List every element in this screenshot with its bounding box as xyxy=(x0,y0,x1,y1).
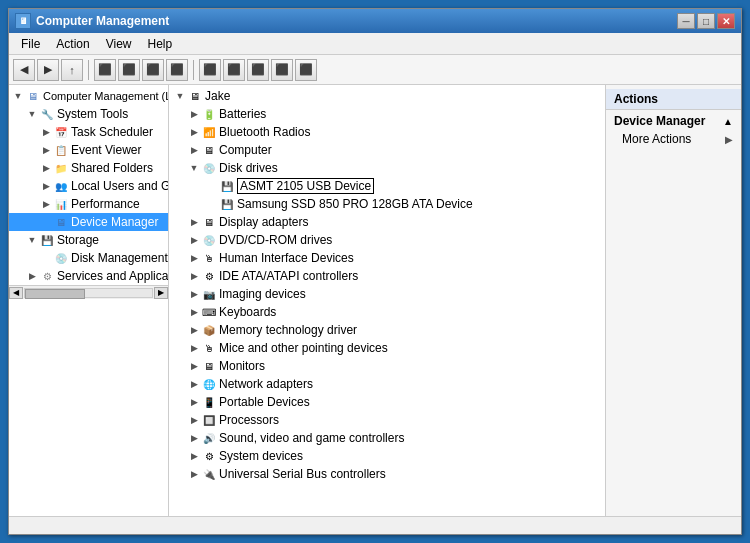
tree-item-disk-management[interactable]: 💿 Disk Management xyxy=(9,249,168,267)
middle-tree-network[interactable]: ▶ 🌐 Network adapters xyxy=(169,375,605,393)
mice-icon: 🖱 xyxy=(201,340,217,356)
middle-tree-batteries[interactable]: ▶ 🔋 Batteries xyxy=(169,105,605,123)
root-label: Computer Management (Local xyxy=(43,90,169,102)
memory-label: Memory technology driver xyxy=(219,323,357,337)
samsung-icon: 💾 xyxy=(219,196,235,212)
more-actions-label: More Actions xyxy=(622,132,691,146)
maximize-button[interactable]: □ xyxy=(697,13,715,29)
forward-button[interactable]: ▶ xyxy=(37,59,59,81)
imaging-label: Imaging devices xyxy=(219,287,306,301)
menu-file[interactable]: File xyxy=(13,35,48,53)
imaging-icon: 📷 xyxy=(201,286,217,302)
display-label: Display adapters xyxy=(219,215,308,229)
asmt-label: ASMT 2105 USB Device xyxy=(237,178,374,194)
middle-tree-usb[interactable]: ▶ 🔌 Universal Serial Bus controllers xyxy=(169,465,605,483)
middle-tree-imaging[interactable]: ▶ 📷 Imaging devices xyxy=(169,285,605,303)
middle-tree-memory[interactable]: ▶ 📦 Memory technology driver xyxy=(169,321,605,339)
tree-item-performance[interactable]: ▶ 📊 Performance xyxy=(9,195,168,213)
expand-sound: ▶ xyxy=(187,431,201,445)
middle-tree-hid[interactable]: ▶ 🖱 Human Interface Devices xyxy=(169,249,605,267)
toolbar-sep-2 xyxy=(193,60,194,80)
menu-action[interactable]: Action xyxy=(48,35,97,53)
expand-processors: ▶ xyxy=(187,413,201,427)
computer-icon: 🖥 xyxy=(25,88,41,104)
middle-tree-processors[interactable]: ▶ 🔲 Processors xyxy=(169,411,605,429)
tree-item-device-manager[interactable]: 🖥 Device Manager xyxy=(9,213,168,231)
shared-label: Shared Folders xyxy=(71,161,153,175)
hscroll-thumb-left[interactable] xyxy=(25,289,85,299)
hscroll-right-arrow[interactable]: ▶ xyxy=(154,287,168,299)
tree-item-system-tools[interactable]: ▼ 🔧 System Tools xyxy=(9,105,168,123)
middle-tree-bluetooth[interactable]: ▶ 📶 Bluetooth Radios xyxy=(169,123,605,141)
middle-tree-ide[interactable]: ▶ ⚙ IDE ATA/ATAPI controllers xyxy=(169,267,605,285)
toolbar-btn-7[interactable]: ⬛ xyxy=(247,59,269,81)
asmt-expand xyxy=(205,179,219,193)
close-button[interactable]: ✕ xyxy=(717,13,735,29)
show-hide-button[interactable]: ⬛ xyxy=(94,59,116,81)
tree-item-event-viewer[interactable]: ▶ 📋 Event Viewer xyxy=(9,141,168,159)
middle-tree-monitors[interactable]: ▶ 🖥 Monitors xyxy=(169,357,605,375)
disk-drives-icon: 💿 xyxy=(201,160,217,176)
middle-tree-computer[interactable]: ▶ 🖥 Computer xyxy=(169,141,605,159)
processors-label: Processors xyxy=(219,413,279,427)
middle-tree-dvd[interactable]: ▶ 💿 DVD/CD-ROM drives xyxy=(169,231,605,249)
display-icon: 🖥 xyxy=(201,214,217,230)
menu-view[interactable]: View xyxy=(98,35,140,53)
titlebar: 🖥 Computer Management ─ □ ✕ xyxy=(9,9,741,33)
window-controls: ─ □ ✕ xyxy=(677,13,735,29)
action-section-title: Device Manager ▲ xyxy=(606,110,741,130)
expand-keyboards: ▶ xyxy=(187,305,201,319)
device-manager-label: Device Manager xyxy=(71,215,158,229)
toolbar-btn-5[interactable]: ⬛ xyxy=(199,59,221,81)
hid-label: Human Interface Devices xyxy=(219,251,354,265)
toolbar-btn-9[interactable]: ⬛ xyxy=(295,59,317,81)
tree-item-task-scheduler[interactable]: ▶ 📅 Task Scheduler xyxy=(9,123,168,141)
tree-item-root[interactable]: ▼ 🖥 Computer Management (Local xyxy=(9,87,168,105)
expand-memory: ▶ xyxy=(187,323,201,337)
disk-management-label: Disk Management xyxy=(71,251,168,265)
event-label: Event Viewer xyxy=(71,143,141,157)
storage-label: Storage xyxy=(57,233,99,247)
more-actions-item[interactable]: More Actions ▶ xyxy=(606,130,741,148)
perf-label: Performance xyxy=(71,197,140,211)
middle-tree-samsung[interactable]: 💾 Samsung SSD 850 PRO 128GB ATA Device xyxy=(169,195,605,213)
minimize-button[interactable]: ─ xyxy=(677,13,695,29)
hscroll-left-arrow[interactable]: ◀ xyxy=(9,287,23,299)
users-icon: 👥 xyxy=(53,178,69,194)
tree-item-local-users[interactable]: ▶ 👥 Local Users and Groups xyxy=(9,177,168,195)
middle-tree-disk-drives[interactable]: ▼ 💿 Disk drives xyxy=(169,159,605,177)
middle-tree-mice[interactable]: ▶ 🖱 Mice and other pointing devices xyxy=(169,339,605,357)
toolbar-btn-3[interactable]: ⬛ xyxy=(142,59,164,81)
up-button[interactable]: ↑ xyxy=(61,59,83,81)
middle-tree-keyboards[interactable]: ▶ ⌨ Keyboards xyxy=(169,303,605,321)
expand-hid: ▶ xyxy=(187,251,201,265)
sound-icon: 🔊 xyxy=(201,430,217,446)
tree-item-services[interactable]: ▶ ⚙ Services and Applications xyxy=(9,267,168,285)
toolbar-btn-2[interactable]: ⬛ xyxy=(118,59,140,81)
middle-tree-display[interactable]: ▶ 🖥 Display adapters xyxy=(169,213,605,231)
tree-item-shared-folders[interactable]: ▶ 📁 Shared Folders xyxy=(9,159,168,177)
portable-label: Portable Devices xyxy=(219,395,310,409)
device-icon: 🖥 xyxy=(53,214,69,230)
expand-mice: ▶ xyxy=(187,341,201,355)
middle-tree-sound[interactable]: ▶ 🔊 Sound, video and game controllers xyxy=(169,429,605,447)
middle-tree-sysdev[interactable]: ▶ ⚙ System devices xyxy=(169,447,605,465)
middle-tree-asmt[interactable]: 💾 ASMT 2105 USB Device xyxy=(169,177,605,195)
task-icon: 📅 xyxy=(53,124,69,140)
tree-item-storage[interactable]: ▼ 💾 Storage xyxy=(9,231,168,249)
middle-tree-portable[interactable]: ▶ 📱 Portable Devices xyxy=(169,393,605,411)
toolbar-btn-8[interactable]: ⬛ xyxy=(271,59,293,81)
expand-jake: ▼ xyxy=(173,89,187,103)
toolbar-btn-6[interactable]: ⬛ xyxy=(223,59,245,81)
window-icon: 🖥 xyxy=(15,13,31,29)
expand-shared: ▶ xyxy=(39,161,53,175)
menu-help[interactable]: Help xyxy=(140,35,181,53)
expand-monitors: ▶ xyxy=(187,359,201,373)
toolbar-btn-4[interactable]: ⬛ xyxy=(166,59,188,81)
back-button[interactable]: ◀ xyxy=(13,59,35,81)
middle-tree-root[interactable]: ▼ 🖥 Jake xyxy=(169,87,605,105)
monitors-label: Monitors xyxy=(219,359,265,373)
action-section-label: Device Manager xyxy=(614,114,705,128)
action-section-chevron: ▲ xyxy=(723,116,733,127)
expand-computer: ▶ xyxy=(187,143,201,157)
